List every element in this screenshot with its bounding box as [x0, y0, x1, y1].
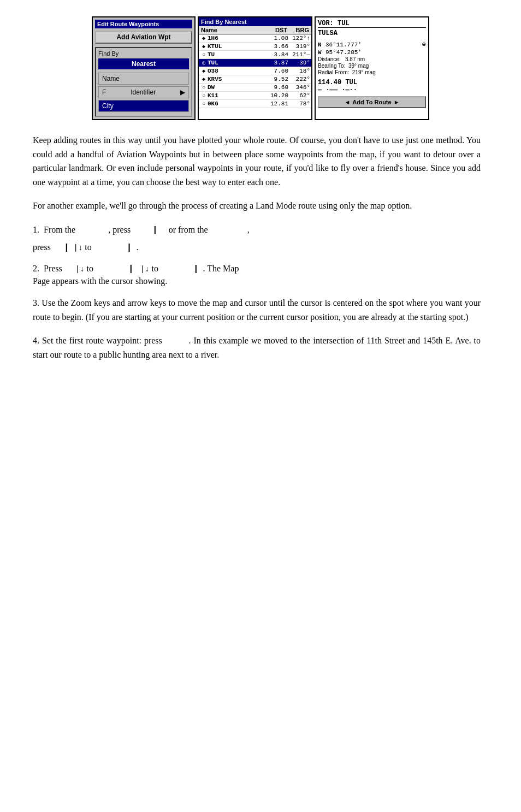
waypoint-distance: 12.81: [267, 100, 288, 107]
waypoint-distance: 3.87: [267, 60, 288, 66]
north-coord-row: N 36°11.777' ⊕: [318, 40, 426, 49]
screenshot-panel: Edit Route Waypoints Add Aviation Wpt Fi…: [33, 16, 488, 120]
waypoint-row[interactable]: ○ DW 9.60 346°: [199, 84, 311, 92]
waypoint-distance: 3.66: [267, 43, 288, 50]
edit-route-panel: Edit Route Waypoints Add Aviation Wpt Fi…: [92, 16, 196, 120]
step-1-content: 1. From the , press | or from the ,: [33, 223, 250, 238]
west-value: 95°47.285': [325, 49, 426, 56]
waypoint-bearing: 78°: [288, 100, 310, 107]
waypoint-icon: ○: [200, 52, 208, 58]
west-label: W: [318, 49, 325, 56]
waypoint-bearing: 222°: [288, 76, 310, 82]
target-icon: ⊕: [422, 40, 426, 49]
waypoint-bearing: 62°: [288, 92, 310, 99]
step-2-content: 2. Press |↓ to | |↓ to | . The Map: [33, 264, 239, 273]
waypoint-bearing: 346°: [288, 84, 310, 91]
distance-value: 3.87 nm: [345, 56, 365, 62]
add-to-route-button[interactable]: ◄ Add To Route ►: [318, 96, 426, 108]
waypoint-icon: ○: [200, 85, 208, 91]
body-paragraph-2: For another example, we'll go through th…: [33, 199, 481, 213]
waypoint-distance: 1.08: [267, 35, 288, 42]
edit-route-title: Edit Route Waypoints: [95, 20, 192, 28]
menu-item-city[interactable]: City: [98, 100, 189, 112]
step-3: 3. Use the Zoom keys and arrow keys to m…: [33, 296, 481, 324]
step-2-line2: Page appears with the cursor showing.: [33, 276, 481, 286]
menu-item-name[interactable]: Name: [98, 73, 189, 85]
waypoint-icon: ○: [200, 93, 208, 99]
body-paragraph-1: Keep adding routes in this way until you…: [33, 133, 481, 189]
step-1-line2-content: press | |↓ to | .: [33, 240, 138, 256]
waypoint-row[interactable]: ◆ O38 7.60 18°: [199, 67, 311, 75]
bearing-row: Bearing To: 39° mag: [318, 63, 426, 69]
waypoint-name: TUL: [208, 60, 267, 66]
waypoint-row[interactable]: ◆ KTUL 3.66 319°: [199, 43, 311, 51]
waypoint-bearing: 39°: [288, 60, 310, 66]
waypoint-distance: 9.60: [267, 84, 288, 91]
radial-row: Radial From: 219° mag: [318, 69, 426, 75]
waypoint-distance: 7.60: [267, 68, 288, 74]
bearing-value: 39° mag: [348, 63, 369, 69]
radial-label: Radial From:: [318, 69, 349, 75]
waypoint-icon: ◆: [200, 68, 208, 74]
waypoint-name: TU: [208, 51, 267, 58]
step-1-line2: press | |↓ to | .: [33, 240, 481, 256]
down-arrow-1: |↓: [74, 244, 83, 252]
vor-name: TULSA: [318, 29, 426, 37]
step-2: 2. Press |↓ to | |↓ to | . The Map: [33, 264, 481, 274]
nearest-button[interactable]: Nearest: [98, 58, 189, 69]
waypoint-bearing: 319°: [288, 43, 310, 50]
down-arrow-3: |↓: [140, 265, 150, 274]
menu-item-identifier[interactable]: F Identifier ▶: [98, 86, 189, 98]
radial-value: 219° mag: [352, 69, 376, 75]
waypoint-name: 0K6: [208, 100, 267, 107]
distance-row: Distance: 3.87 nm: [318, 56, 426, 62]
waypoint-bearing: 18°: [288, 68, 310, 74]
north-value: 36°11.777': [325, 42, 422, 48]
waypoint-info-panel: VOR: TUL TULSA N 36°11.777' ⊕ W 95°47.28…: [315, 16, 429, 120]
waypoint-distance: 3.84: [267, 51, 288, 58]
frequency: 114.40 TUL: [318, 79, 357, 86]
morse-code: — ·—— ·—··: [318, 86, 357, 94]
freq-morse-row: 114.40 TUL — ·—— ·—··: [318, 79, 426, 94]
waypoint-icon: ◆: [200, 76, 208, 82]
waypoint-name: K11: [208, 92, 267, 99]
waypoint-name: O38: [208, 68, 267, 74]
pipe-1: |: [152, 226, 158, 235]
add-route-arrow: ◄: [344, 99, 350, 105]
waypoint-icon: ◎: [200, 60, 208, 66]
waypoint-icon: ◆: [200, 35, 208, 42]
north-label: N: [318, 42, 325, 48]
column-headers: Name DST BRG: [199, 26, 311, 34]
down-arrow-2: |↓: [75, 265, 85, 274]
waypoint-bearing: 122°↑: [288, 35, 310, 42]
waypoint-row[interactable]: ○ K11 10.20 62°: [199, 92, 311, 100]
find-nearest-title: Find By Nearest: [199, 17, 311, 26]
waypoint-icon: ○: [200, 101, 208, 107]
vor-title: VOR: TUL: [318, 20, 426, 28]
waypoint-name: 1H6: [208, 35, 267, 42]
waypoint-name: KTUL: [208, 43, 267, 50]
add-route-label: Add To Route: [352, 99, 391, 105]
waypoint-row[interactable]: ○ 0K6 12.81 78°: [199, 100, 311, 108]
waypoint-row[interactable]: ◆ 1H6 1.08 122°↑: [199, 34, 311, 43]
waypoint-name: KRVS: [208, 76, 267, 82]
waypoint-bearing: 211°—: [288, 51, 310, 58]
step-1: 1. From the , press | or from the ,: [33, 223, 481, 238]
step-4: 4. Set the first route waypoint: press .…: [33, 334, 481, 361]
find-by-box: Find By Nearest Name F Identifier ▶ City: [95, 47, 192, 117]
bearing-label: Bearing To:: [318, 63, 345, 69]
find-by-label: Find By: [98, 50, 189, 57]
waypoint-distance: 10.20: [267, 92, 288, 99]
add-aviation-wpt-button[interactable]: Add Aviation Wpt: [95, 31, 192, 44]
waypoint-row[interactable]: ◆ KRVS 9.52 222°: [199, 75, 311, 84]
waypoint-row[interactable]: ○ TU 3.84 211°—: [199, 51, 311, 59]
west-coord-row: W 95°47.285': [318, 49, 426, 56]
waypoint-row-selected[interactable]: ◎ TUL 3.87 39°: [199, 59, 311, 67]
distance-label: Distance:: [318, 56, 341, 62]
waypoint-distance: 9.52: [267, 76, 288, 82]
find-nearest-panel: Find By Nearest Name DST BRG ◆ 1H6 1.08 …: [198, 16, 312, 120]
add-route-arrow-right: ►: [394, 99, 400, 105]
waypoint-icon: ◆: [200, 43, 208, 50]
waypoint-name: DW: [208, 84, 267, 91]
